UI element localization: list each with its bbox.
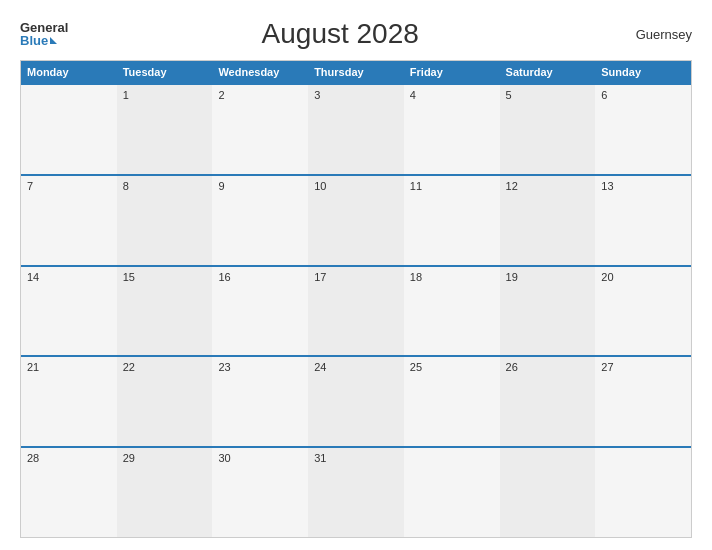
day-cell-empty-4: [595, 448, 691, 537]
day-cell-25: 25: [404, 357, 500, 446]
day-cell-27: 27: [595, 357, 691, 446]
col-thursday: Thursday: [308, 61, 404, 83]
day-cell-4: 4: [404, 85, 500, 174]
day-cell-3: 3: [308, 85, 404, 174]
day-cell-22: 22: [117, 357, 213, 446]
week-row-1: 1 2 3 4 5 6: [21, 83, 691, 174]
week-row-4: 21 22 23 24 25 26 27: [21, 355, 691, 446]
day-cell-8: 8: [117, 176, 213, 265]
day-cell-14: 14: [21, 267, 117, 356]
day-cell-12: 12: [500, 176, 596, 265]
calendar-header: Monday Tuesday Wednesday Thursday Friday…: [21, 61, 691, 83]
day-cell-30: 30: [212, 448, 308, 537]
day-cell-18: 18: [404, 267, 500, 356]
day-cell-empty-3: [500, 448, 596, 537]
day-cell-24: 24: [308, 357, 404, 446]
col-sunday: Sunday: [595, 61, 691, 83]
day-cell-19: 19: [500, 267, 596, 356]
day-cell-28: 28: [21, 448, 117, 537]
col-wednesday: Wednesday: [212, 61, 308, 83]
logo-triangle-icon: [50, 37, 57, 44]
logo-blue-text: Blue: [20, 34, 57, 47]
region-label: Guernsey: [612, 27, 692, 42]
day-cell-20: 20: [595, 267, 691, 356]
day-cell-29: 29: [117, 448, 213, 537]
day-cell-31: 31: [308, 448, 404, 537]
logo: General Blue: [20, 21, 68, 47]
day-cell-empty-1: [21, 85, 117, 174]
day-cell-5: 5: [500, 85, 596, 174]
day-cell-1: 1: [117, 85, 213, 174]
day-cell-13: 13: [595, 176, 691, 265]
day-cell-11: 11: [404, 176, 500, 265]
calendar-page: General Blue August 2028 Guernsey Monday…: [0, 0, 712, 550]
week-row-3: 14 15 16 17 18 19 20: [21, 265, 691, 356]
week-row-5: 28 29 30 31: [21, 446, 691, 537]
calendar-grid: Monday Tuesday Wednesday Thursday Friday…: [20, 60, 692, 538]
col-monday: Monday: [21, 61, 117, 83]
week-row-2: 7 8 9 10 11 12 13: [21, 174, 691, 265]
col-saturday: Saturday: [500, 61, 596, 83]
day-cell-7: 7: [21, 176, 117, 265]
day-cell-16: 16: [212, 267, 308, 356]
day-cell-15: 15: [117, 267, 213, 356]
col-friday: Friday: [404, 61, 500, 83]
day-cell-21: 21: [21, 357, 117, 446]
page-title: August 2028: [68, 18, 612, 50]
day-cell-empty-2: [404, 448, 500, 537]
day-cell-2: 2: [212, 85, 308, 174]
day-cell-9: 9: [212, 176, 308, 265]
day-cell-23: 23: [212, 357, 308, 446]
col-tuesday: Tuesday: [117, 61, 213, 83]
day-cell-17: 17: [308, 267, 404, 356]
day-cell-6: 6: [595, 85, 691, 174]
day-cell-26: 26: [500, 357, 596, 446]
page-header: General Blue August 2028 Guernsey: [20, 18, 692, 50]
calendar-body: 1 2 3 4 5 6 7 8 9 10 11 12 13 14 15 16: [21, 83, 691, 537]
day-cell-10: 10: [308, 176, 404, 265]
